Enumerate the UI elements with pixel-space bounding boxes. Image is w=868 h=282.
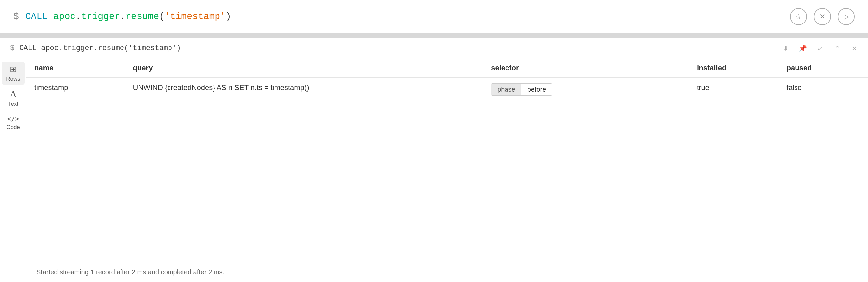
- result-header: $ CALL apoc.trigger.resume('timestamp') …: [0, 38, 868, 58]
- code-label: Code: [6, 124, 20, 131]
- code-call-keyword: CALL: [26, 11, 48, 22]
- code-trigger: trigger: [81, 11, 120, 22]
- code-resume: resume: [125, 11, 159, 22]
- close-icon: ✕: [819, 12, 825, 21]
- table-row: timestamp UNWIND {createdNodes} AS n SET…: [27, 78, 868, 101]
- download-icon: ⬇: [783, 44, 788, 52]
- text-icon: A: [9, 89, 16, 99]
- text-view-item[interactable]: A Text: [2, 86, 25, 109]
- phase-badge: phase before: [491, 84, 552, 96]
- close-editor-button[interactable]: ✕: [814, 8, 831, 25]
- result-header-actions: ⬇ 📌 ⤢ ⌃ ✕: [779, 41, 861, 55]
- rows-view-item[interactable]: ⊞ Rows: [2, 62, 25, 85]
- code-view-item[interactable]: </> Code: [2, 111, 25, 134]
- run-icon: ▷: [843, 12, 849, 21]
- code-icon: </>: [7, 115, 19, 123]
- star-icon: ☆: [795, 12, 802, 21]
- code-apoc: apoc: [53, 11, 75, 22]
- cell-paused: false: [779, 78, 868, 101]
- favorite-button[interactable]: ☆: [790, 8, 807, 25]
- table-header-row: name query selector installed paused: [27, 58, 868, 78]
- col-header-installed: installed: [689, 58, 778, 78]
- col-header-name: name: [27, 58, 125, 78]
- rows-icon: ⊞: [9, 64, 17, 74]
- editor-bar: $ CALL apoc.trigger.resume('timestamp') …: [0, 0, 868, 33]
- editor-code: CALL apoc.trigger.resume('timestamp'): [26, 11, 231, 22]
- code-arg: 'timestamp': [164, 11, 226, 22]
- results-table: name query selector installed paused tim…: [27, 58, 868, 101]
- result-dollar: $: [10, 44, 14, 52]
- table-empty-space: [27, 101, 868, 262]
- content-area: ⊞ Rows A Text </> Code name query select…: [0, 58, 868, 282]
- expand-button[interactable]: ⤢: [813, 41, 827, 55]
- editor-actions: ☆ ✕ ▷: [790, 8, 855, 25]
- collapse-icon: ⌃: [835, 44, 840, 52]
- pin-button[interactable]: 📌: [796, 41, 810, 55]
- result-query: CALL apoc.trigger.resume('timestamp'): [19, 44, 181, 52]
- cell-installed: true: [689, 78, 778, 101]
- result-panel: $ CALL apoc.trigger.resume('timestamp') …: [0, 38, 868, 282]
- collapse-button[interactable]: ⌃: [830, 41, 844, 55]
- cell-selector: phase before: [483, 78, 689, 101]
- expand-icon: ⤢: [817, 44, 823, 52]
- rows-label: Rows: [6, 76, 20, 83]
- col-header-query: query: [125, 58, 483, 78]
- table-body: timestamp UNWIND {createdNodes} AS n SET…: [27, 78, 868, 101]
- separator: [0, 33, 868, 38]
- run-button[interactable]: ▷: [838, 8, 855, 25]
- close-result-icon: ✕: [852, 44, 858, 52]
- text-label: Text: [8, 101, 18, 107]
- editor-dollar: $: [13, 11, 19, 22]
- phase-label: phase: [491, 84, 521, 95]
- table-head: name query selector installed paused: [27, 58, 868, 78]
- cell-name: timestamp: [27, 78, 125, 101]
- download-button[interactable]: ⬇: [779, 41, 793, 55]
- pin-icon: 📌: [799, 44, 807, 52]
- view-sidebar: ⊞ Rows A Text </> Code: [0, 58, 27, 282]
- status-footer: Started streaming 1 record after 2 ms an…: [27, 262, 868, 282]
- table-area: name query selector installed paused tim…: [27, 58, 868, 282]
- phase-value: before: [521, 84, 552, 95]
- col-header-paused: paused: [779, 58, 868, 78]
- status-text: Started streaming 1 record after 2 ms an…: [36, 269, 224, 276]
- col-header-selector: selector: [483, 58, 689, 78]
- close-result-button[interactable]: ✕: [847, 41, 861, 55]
- cell-query: UNWIND {createdNodes} AS n SET n.ts = ti…: [125, 78, 483, 101]
